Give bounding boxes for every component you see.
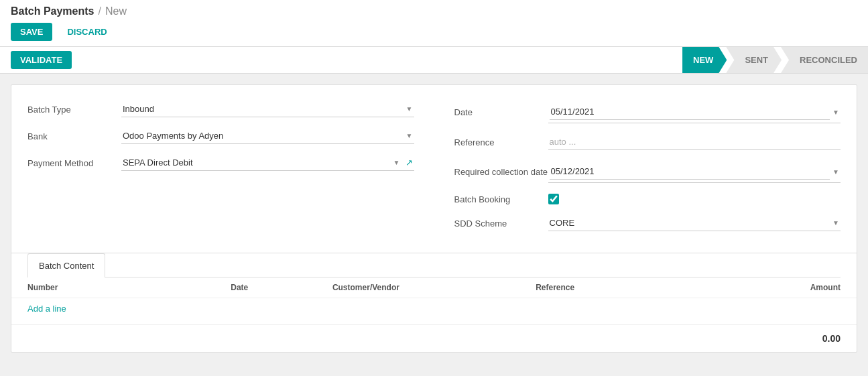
add-line-link[interactable]: Add a line bbox=[27, 304, 66, 314]
table-section: Number Date Customer/Vendor Reference Am… bbox=[11, 277, 857, 324]
bank-label: Bank bbox=[27, 131, 121, 141]
form-footer: 0.00 bbox=[11, 324, 857, 352]
bank-select[interactable]: Odoo Payments by Adyen bbox=[123, 131, 404, 141]
breadcrumb-sub: New bbox=[105, 5, 127, 17]
bank-field[interactable]: Odoo Payments by Adyen ▼ bbox=[121, 128, 414, 144]
payment-method-select[interactable]: SEPA Direct Debit bbox=[123, 158, 391, 168]
date-field[interactable]: ▼ bbox=[548, 101, 841, 123]
reference-placeholder[interactable]: auto ... bbox=[548, 134, 841, 150]
status-pipeline: NEW SENT RECONCILED bbox=[682, 47, 868, 73]
collection-date-field[interactable]: ▼ bbox=[548, 161, 841, 183]
col-reference: Reference bbox=[536, 283, 739, 292]
batch-type-field[interactable]: Inbound Outbound ▼ bbox=[121, 101, 414, 117]
breadcrumb-separator: / bbox=[99, 5, 101, 17]
breadcrumb-main: Batch Payments bbox=[11, 5, 95, 17]
sdd-scheme-arrow-icon: ▼ bbox=[832, 219, 839, 227]
collection-date-input[interactable] bbox=[550, 164, 830, 180]
save-button[interactable]: SAVE bbox=[11, 23, 52, 41]
discard-button[interactable]: DISCARD bbox=[58, 23, 116, 41]
reference-row: Reference auto ... bbox=[454, 134, 841, 150]
reference-label: Reference bbox=[454, 137, 548, 147]
tab-batch-content[interactable]: Batch Content bbox=[27, 253, 105, 277]
date-label: Date bbox=[454, 107, 548, 117]
date-input[interactable] bbox=[550, 104, 830, 120]
collection-date-label: Required collection date bbox=[454, 167, 548, 177]
col-number: Number bbox=[27, 283, 231, 292]
form-container: Batch Type Inbound Outbound ▼ Bank bbox=[11, 84, 857, 353]
col-date: Date bbox=[231, 283, 332, 292]
batch-type-row: Batch Type Inbound Outbound ▼ bbox=[27, 101, 414, 117]
reference-field[interactable]: auto ... bbox=[548, 134, 841, 150]
batch-type-arrow-icon: ▼ bbox=[406, 105, 413, 113]
date-arrow-icon: ▼ bbox=[832, 109, 839, 116]
sdd-scheme-label: SDD Scheme bbox=[454, 218, 548, 229]
bank-arrow-icon: ▼ bbox=[406, 132, 413, 139]
batch-booking-field[interactable] bbox=[548, 194, 841, 204]
date-row: Date ▼ bbox=[454, 101, 841, 123]
sdd-scheme-select[interactable]: CORE B2B bbox=[550, 218, 830, 228]
table-body: Add a line bbox=[11, 298, 857, 319]
batch-type-label: Batch Type bbox=[27, 105, 121, 115]
sdd-scheme-field[interactable]: CORE B2B ▼ bbox=[548, 215, 841, 231]
form-right-section: Date ▼ Reference auto ... Required colle… bbox=[454, 101, 841, 242]
status-step-new: NEW bbox=[682, 47, 727, 73]
validate-button[interactable]: VALIDATE bbox=[11, 51, 72, 69]
col-customer-vendor: Customer/Vendor bbox=[332, 283, 536, 292]
batch-booking-checkbox[interactable] bbox=[548, 194, 559, 204]
batch-booking-label: Batch Booking bbox=[454, 194, 548, 204]
payment-method-label: Payment Method bbox=[27, 158, 121, 168]
payment-method-field[interactable]: SEPA Direct Debit ▼ ↗ bbox=[121, 155, 414, 171]
bank-row: Bank Odoo Payments by Adyen ▼ bbox=[27, 128, 414, 144]
payment-method-arrow-icon: ▼ bbox=[393, 159, 400, 166]
total-value: 0.00 bbox=[822, 333, 841, 344]
tab-list: Batch Content bbox=[27, 253, 841, 277]
table-header: Number Date Customer/Vendor Reference Am… bbox=[11, 277, 857, 298]
batch-booking-row: Batch Booking bbox=[454, 194, 841, 204]
sdd-scheme-row: SDD Scheme CORE B2B ▼ bbox=[454, 215, 841, 231]
status-step-sent: SENT bbox=[726, 47, 782, 73]
payment-method-row: Payment Method SEPA Direct Debit ▼ ↗ bbox=[27, 155, 414, 171]
status-step-reconciled: RECONCILED bbox=[781, 47, 868, 73]
external-link-icon[interactable]: ↗ bbox=[406, 158, 413, 168]
collection-date-arrow-icon: ▼ bbox=[832, 168, 839, 176]
collection-date-row: Required collection date ▼ bbox=[454, 161, 841, 183]
col-amount: Amount bbox=[739, 283, 841, 292]
tabs-section: Batch Content bbox=[11, 253, 857, 277]
form-left-section: Batch Type Inbound Outbound ▼ Bank bbox=[27, 101, 414, 242]
batch-type-select[interactable]: Inbound Outbound bbox=[123, 104, 404, 114]
